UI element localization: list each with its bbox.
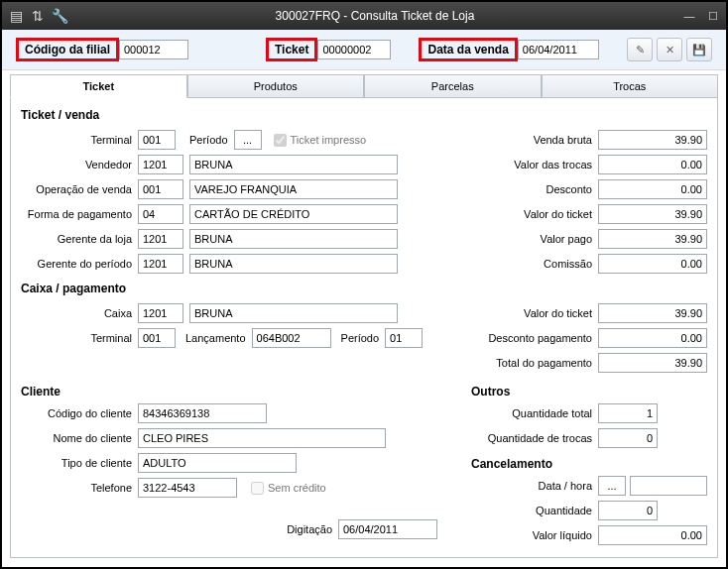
codigo-cliente-label: Código do cliente — [21, 407, 138, 419]
ticket-impresso-check: Ticket impresso — [274, 134, 367, 147]
periodo-label: Período — [176, 134, 234, 146]
valor-ticket-field[interactable]: 39.90 — [598, 204, 707, 224]
ticket-impresso-checkbox — [274, 134, 287, 147]
codigo-filial-label: Código da filial — [16, 38, 119, 61]
window-title: 300027FRQ - Consulta Ticket de Loja — [67, 9, 682, 23]
desconto-pag-field[interactable]: 0.00 — [598, 328, 707, 348]
qtd-total-field[interactable]: 1 — [598, 403, 658, 423]
valor-trocas-field[interactable]: 0.00 — [598, 155, 707, 174]
caixa-label: Caixa — [21, 307, 138, 319]
tab-produtos[interactable]: Produtos — [187, 74, 365, 98]
operacao-label: Operação de venda — [21, 183, 138, 195]
caixa-periodo-label: Período — [331, 332, 386, 344]
minimize-button[interactable]: — — [682, 9, 696, 23]
section-ticket-venda: Ticket / venda — [21, 108, 707, 122]
codigo-cliente-field[interactable]: 84346369138 — [138, 403, 267, 423]
valor-pago-field[interactable]: 39.90 — [598, 229, 707, 249]
operacao-nome-field[interactable]: VAREJO FRANQUIA — [189, 179, 398, 199]
qtd-trocas-label: Quantidade de trocas — [471, 432, 598, 444]
maximize-button[interactable]: ☐ — [706, 9, 720, 23]
gerente-loja-cod-field[interactable]: 1201 — [138, 229, 183, 249]
sem-credito-label: Sem crédito — [268, 482, 326, 494]
data-venda-input[interactable]: 06/04/2011 — [518, 40, 599, 59]
canc-qtd-label: Quantidade — [471, 505, 598, 516]
venda-bruta-label: Venda bruta — [471, 134, 598, 146]
desconto-label: Desconto — [471, 183, 598, 195]
gerente-loja-label: Gerente da loja — [21, 233, 138, 245]
section-outros: Outros — [471, 385, 707, 398]
qtd-trocas-field[interactable]: 0 — [598, 428, 658, 448]
qtd-total-label: Quantidade total — [471, 407, 598, 419]
digitacao-field[interactable]: 06/04/2011 — [338, 519, 437, 539]
sem-credito-checkbox — [251, 482, 264, 495]
comissao-field[interactable]: 0.00 — [598, 254, 707, 274]
sem-credito-check: Sem crédito — [251, 482, 326, 495]
desconto-field[interactable]: 0.00 — [598, 179, 707, 199]
tipo-cliente-label: Tipo de cliente — [21, 457, 138, 469]
venda-bruta-field[interactable]: 39.90 — [598, 130, 707, 150]
lancamento-field[interactable]: 064B002 — [252, 328, 331, 348]
caixa-cod-field[interactable]: 1201 — [138, 303, 183, 323]
lancamento-label: Lançamento — [176, 332, 252, 344]
menu-icon[interactable]: ▤ — [8, 8, 24, 24]
section-caixa-pag: Caixa / pagamento — [21, 282, 707, 295]
valor-liquido-label: Valor líquido — [471, 529, 598, 541]
tab-parcelas[interactable]: Parcelas — [364, 74, 542, 98]
nome-cliente-field[interactable]: CLEO PIRES — [138, 428, 386, 448]
data-hora-button[interactable]: ... — [598, 476, 626, 496]
caixa-periodo-field[interactable]: 01 — [385, 328, 423, 348]
operacao-cod-field[interactable]: 001 — [138, 179, 183, 199]
data-hora-field[interactable] — [630, 476, 707, 496]
tipo-cliente-field[interactable]: ADULTO — [138, 453, 297, 473]
ticket-impresso-label: Ticket impresso — [291, 134, 367, 146]
data-venda-label: Data da venda — [419, 38, 517, 61]
tab-ticket[interactable]: Ticket — [10, 74, 187, 98]
valor-liquido-field[interactable]: 0.00 — [598, 525, 707, 545]
gerente-periodo-label: Gerente do período — [21, 258, 138, 270]
tab-content: Ticket / venda Terminal 001 Período ... … — [10, 97, 718, 558]
valor-ticket2-label: Valor do ticket — [471, 307, 598, 319]
valor-trocas-label: Valor das trocas — [471, 159, 598, 171]
ticket-label: Ticket — [266, 38, 317, 61]
gerente-per-cod-field[interactable]: 1201 — [138, 254, 183, 274]
vendedor-label: Vendedor — [21, 159, 138, 171]
gerente-loja-nome-field[interactable]: BRUNA — [189, 229, 398, 249]
valor-ticket-label: Valor do ticket — [471, 208, 598, 220]
canc-qtd-field[interactable]: 0 — [598, 501, 658, 520]
terminal-label: Terminal — [21, 134, 138, 146]
forma-cod-field[interactable]: 04 — [138, 204, 183, 224]
codigo-filial-input[interactable]: 000012 — [119, 40, 188, 59]
search-strip: Código da filial 000012 Ticket 00000002 … — [2, 30, 726, 70]
nome-cliente-label: Nome do cliente — [21, 432, 138, 444]
telefone-label: Telefone — [21, 482, 138, 494]
desconto-pag-label: Desconto pagamento — [471, 332, 598, 344]
section-cliente: Cliente — [21, 385, 457, 398]
data-hora-label: Data / hora — [471, 480, 598, 492]
app-window: ▤ ⇅ 🔧 300027FRQ - Consulta Ticket de Loj… — [0, 0, 728, 569]
section-cancelamento: Cancelamento — [471, 457, 707, 471]
valor-ticket2-field[interactable]: 39.90 — [598, 303, 707, 323]
wrench-icon[interactable]: 🔧 — [52, 8, 67, 24]
save-button[interactable]: 💾 — [686, 38, 712, 61]
valor-pago-label: Valor pago — [471, 233, 598, 245]
periodo-button[interactable]: ... — [234, 130, 262, 150]
terminal-field[interactable]: 001 — [138, 130, 176, 150]
vendedor-nome-field[interactable]: BRUNA — [189, 155, 398, 174]
forma-nome-field[interactable]: CARTÃO DE CRÉDITO — [189, 204, 398, 224]
telefone-field[interactable]: 3122-4543 — [138, 478, 237, 498]
forma-pag-label: Forma de pagamento — [21, 208, 138, 220]
caixa-nome-field[interactable]: BRUNA — [189, 303, 398, 323]
vendedor-cod-field[interactable]: 1201 — [138, 155, 183, 174]
gerente-per-nome-field[interactable]: BRUNA — [189, 254, 398, 274]
cancel-button[interactable]: ✕ — [657, 38, 682, 61]
comissao-label: Comissão — [471, 258, 598, 270]
caixa-terminal-field[interactable]: 001 — [138, 328, 176, 348]
tab-bar: Ticket Produtos Parcelas Trocas — [2, 74, 726, 98]
digitacao-label: Digitação — [287, 523, 338, 535]
total-pag-label: Total do pagamento — [471, 357, 598, 369]
clear-button[interactable]: ✎ — [627, 38, 653, 61]
tree-icon[interactable]: ⇅ — [30, 8, 46, 24]
tab-trocas[interactable]: Trocas — [542, 74, 719, 98]
ticket-input[interactable]: 00000002 — [317, 40, 391, 59]
total-pag-field[interactable]: 39.90 — [598, 353, 707, 373]
